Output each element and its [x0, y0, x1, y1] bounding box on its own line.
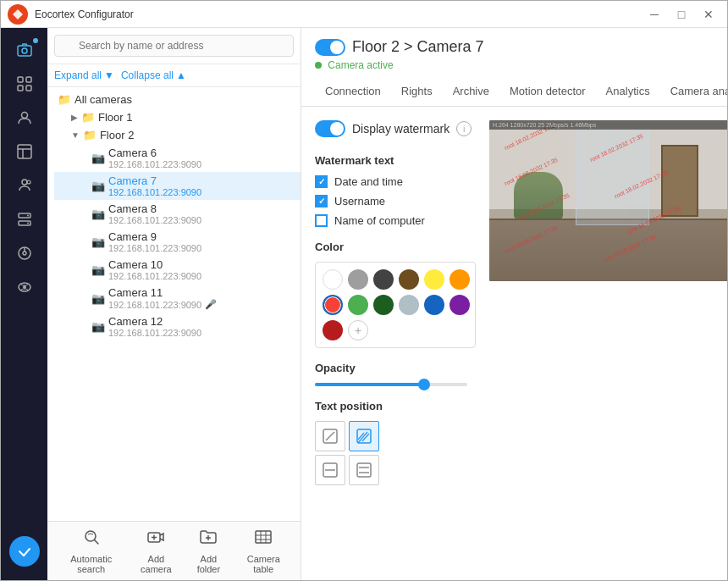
- date-time-checkbox[interactable]: ✓: [315, 175, 328, 188]
- minimize-button[interactable]: ─: [643, 6, 666, 23]
- color-darkgray[interactable]: [373, 269, 394, 290]
- color-section: Color: [315, 241, 476, 348]
- color-darkblue[interactable]: [424, 295, 444, 315]
- floor1-item[interactable]: ▶ 📁 Floor 1: [54, 108, 301, 126]
- color-red[interactable]: [323, 295, 343, 315]
- folder-icon: 📁: [58, 93, 71, 106]
- camera8-label: Camera 8: [108, 202, 201, 215]
- sidebar-icon-layout[interactable]: [8, 136, 41, 167]
- svg-rect-42: [357, 463, 371, 477]
- sidebar-icon-grid[interactable]: [8, 69, 41, 99]
- color-row-2: [323, 295, 468, 315]
- add-folder-button[interactable]: Add folder: [184, 524, 233, 578]
- floor2-item[interactable]: ▼ 📁 Floor 2: [54, 126, 301, 144]
- sidebar-icon-person[interactable]: [8, 170, 41, 201]
- color-darkred[interactable]: [323, 320, 343, 340]
- svg-marker-0: [13, 9, 23, 19]
- collapse-all-link[interactable]: Collapse all ▲: [121, 69, 186, 81]
- color-brown[interactable]: [399, 269, 419, 290]
- camera12-item[interactable]: 📷 Camera 12 192.168.101.223:9090: [54, 313, 301, 340]
- camera-inactive-icon: 📷: [91, 208, 105, 220]
- add-camera-button[interactable]: Add camera: [128, 524, 184, 578]
- chevron-down-icon: ▼: [104, 69, 114, 81]
- wm-text-3: root 18.02.2032 17:35: [503, 157, 558, 186]
- color-orange[interactable]: [449, 269, 470, 290]
- display-watermark-toggle[interactable]: [315, 120, 345, 137]
- close-button[interactable]: ✕: [697, 6, 720, 23]
- sidebar-icon-ai[interactable]: [8, 272, 41, 302]
- color-yellow[interactable]: [424, 269, 444, 290]
- sidebar-icon-users[interactable]: [8, 102, 41, 133]
- svg-rect-5: [18, 86, 23, 91]
- tab-content-watermark: Display watermark i Watermark text ✓ Dat…: [301, 107, 727, 580]
- position-label: Text position: [315, 400, 476, 412]
- camera6-item[interactable]: 📷 Camera 6 192.168.101.223:9090: [54, 144, 301, 172]
- camera-inactive-icon: 📷: [91, 263, 105, 276]
- automatic-search-button[interactable]: Automatic search: [54, 524, 128, 578]
- camera10-text: Camera 10 192.168.101.223:9090: [108, 258, 201, 281]
- floor1-label: Floor 1: [98, 111, 132, 124]
- position-diagonal-single[interactable]: [315, 421, 345, 451]
- folder-icon: 📁: [83, 129, 97, 141]
- app-logo: [8, 4, 28, 25]
- color-gray[interactable]: [348, 269, 368, 290]
- app-title: Eocortex Configurator: [35, 8, 643, 20]
- svg-line-23: [94, 540, 98, 545]
- camera9-text: Camera 9 192.168.101.223:9090: [108, 230, 201, 253]
- camera10-item[interactable]: 📷 Camera 10 192.168.101.223:9090: [54, 256, 301, 284]
- color-white[interactable]: [323, 269, 343, 290]
- info-icon[interactable]: i: [456, 121, 472, 136]
- opacity-slider[interactable]: [315, 383, 467, 386]
- camera7-item[interactable]: 📷 Camera 7 192.168.101.223:9090: [54, 172, 301, 200]
- svg-rect-29: [256, 531, 271, 543]
- sidebar-bottom-icons: [9, 536, 40, 573]
- color-darkgreen[interactable]: [373, 295, 394, 315]
- camera-toggle[interactable]: [315, 39, 345, 56]
- svg-point-7: [21, 113, 27, 119]
- camera-table-button[interactable]: Camera table: [233, 524, 294, 578]
- tab-connection[interactable]: Connection: [315, 78, 391, 106]
- position-horizontal-double[interactable]: [349, 455, 379, 485]
- position-horizontal-single[interactable]: [315, 455, 345, 485]
- chevron-up-icon: ▲: [176, 69, 186, 81]
- expand-all-link[interactable]: Expand all ▼: [54, 69, 114, 81]
- camera-inactive-icon: 📷: [91, 235, 105, 248]
- app-window: Eocortex Configurator ─ □ ✕: [0, 0, 728, 581]
- sidebar-icon-cameras[interactable]: [8, 35, 41, 65]
- floor1-group: ▶ 📁 Floor 1: [47, 108, 301, 126]
- sidebar-icon-server[interactable]: [8, 204, 41, 235]
- position-diagonal-multi[interactable]: [349, 421, 379, 451]
- computer-name-checkbox[interactable]: [315, 214, 328, 227]
- tab-motion[interactable]: Motion detector: [499, 78, 596, 106]
- tab-archive[interactable]: Archive: [443, 78, 499, 106]
- all-cameras-item[interactable]: 📁 All cameras: [47, 91, 301, 108]
- username-checkbox[interactable]: ✓: [315, 195, 328, 208]
- preview-image: root 18.02.2032 17:35 root 18.02.2032 17…: [489, 120, 727, 281]
- icon-sidebar: [1, 28, 47, 580]
- color-lightblue[interactable]: [399, 295, 419, 315]
- camera-table-icon: [254, 528, 273, 551]
- sidebar-icon-apply[interactable]: [9, 536, 40, 567]
- color-purple[interactable]: [449, 295, 470, 315]
- camera8-item[interactable]: 📷 Camera 8 192.168.101.223:9090: [54, 200, 301, 228]
- camera11-item[interactable]: 📷 Camera 11 192.168.101.223:9090 🎤: [54, 284, 301, 313]
- color-green[interactable]: [348, 295, 368, 315]
- computer-name-row: Name of computer: [315, 214, 476, 227]
- sidebar-icon-analytics[interactable]: [8, 238, 41, 268]
- color-grid: +: [315, 262, 476, 348]
- opacity-thumb[interactable]: [418, 379, 430, 390]
- tab-analytics[interactable]: Analytics: [596, 78, 660, 106]
- camera9-item[interactable]: 📷 Camera 9 192.168.101.223:9090: [54, 228, 301, 256]
- svg-rect-6: [26, 86, 31, 91]
- svg-point-12: [27, 180, 30, 184]
- maximize-button[interactable]: □: [670, 6, 693, 23]
- checkbox-check-icon: ✓: [318, 196, 325, 206]
- tab-rights[interactable]: Rights: [391, 78, 443, 106]
- color-section-title: Color: [315, 241, 476, 253]
- wm-text-2: root 18.02.2032 17:35: [589, 132, 644, 162]
- search-input[interactable]: [54, 35, 294, 57]
- add-camera-label: Add camera: [135, 554, 177, 574]
- color-add-button[interactable]: +: [348, 320, 368, 340]
- camera11-text: Camera 11 192.168.101.223:9090 🎤: [108, 286, 217, 310]
- tab-camera-analytics[interactable]: Camera analytics: [660, 78, 727, 106]
